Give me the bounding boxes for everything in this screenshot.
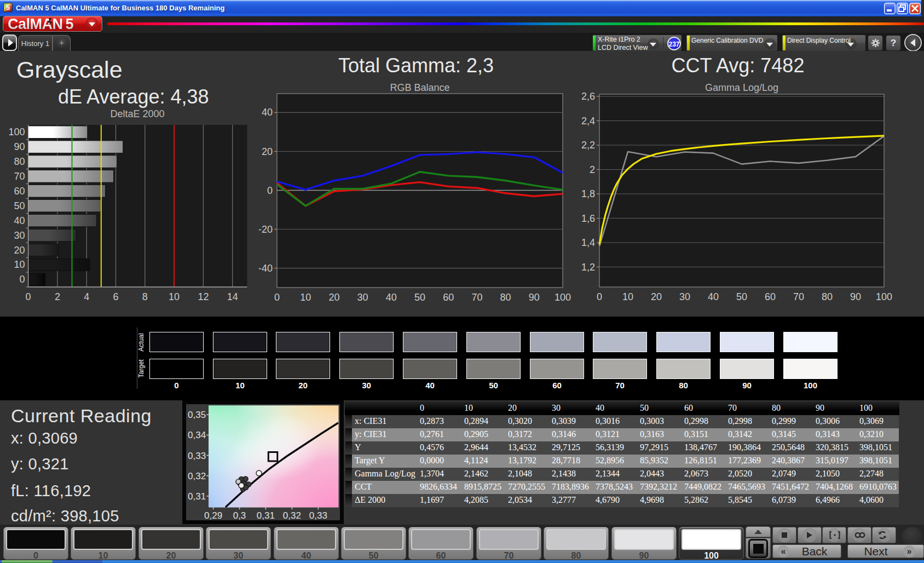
svg-text:0: 0 — [597, 291, 602, 302]
svg-text:2: 2 — [590, 164, 595, 175]
svg-text:-20: -20 — [258, 224, 273, 235]
svg-text:-40: -40 — [258, 263, 273, 274]
svg-text:1,2: 1,2 — [581, 262, 595, 273]
svg-text:0,31: 0,31 — [188, 491, 206, 502]
svg-text:0,29: 0,29 — [204, 510, 222, 521]
svg-text:80: 80 — [822, 291, 833, 302]
svg-text:0,32: 0,32 — [188, 471, 206, 481]
svg-text:0: 0 — [267, 185, 273, 196]
svg-text:0,3: 0,3 — [233, 510, 246, 521]
svg-text:0,34: 0,34 — [188, 430, 206, 440]
svg-text:70: 70 — [793, 291, 804, 302]
svg-text:90: 90 — [529, 292, 540, 303]
svg-text:10: 10 — [14, 259, 25, 270]
svg-text:2,2: 2,2 — [581, 140, 595, 151]
svg-text:90: 90 — [850, 291, 861, 302]
svg-text:50: 50 — [414, 292, 425, 303]
svg-text:30: 30 — [357, 292, 368, 303]
svg-text:40: 40 — [262, 107, 273, 118]
svg-text:60: 60 — [443, 292, 454, 303]
svg-text:90: 90 — [14, 141, 25, 152]
svg-text:20: 20 — [651, 291, 662, 302]
svg-text:12: 12 — [198, 291, 209, 302]
svg-text:50: 50 — [14, 200, 25, 211]
svg-text:80: 80 — [500, 292, 511, 303]
svg-text:50: 50 — [736, 291, 747, 302]
svg-text:1,6: 1,6 — [581, 213, 595, 224]
svg-text:0: 0 — [20, 274, 25, 285]
svg-text:60: 60 — [14, 186, 25, 197]
svg-text:2,6: 2,6 — [581, 91, 595, 102]
svg-text:10: 10 — [169, 291, 180, 302]
svg-text:8: 8 — [142, 291, 148, 302]
svg-text:40: 40 — [386, 292, 397, 303]
svg-text:1,8: 1,8 — [581, 188, 595, 199]
svg-text:0,33: 0,33 — [309, 510, 327, 521]
svg-text:30: 30 — [14, 230, 25, 241]
svg-text:0,31: 0,31 — [257, 510, 275, 521]
svg-text:20: 20 — [14, 245, 25, 256]
svg-text:40: 40 — [14, 215, 25, 226]
svg-text:0,35: 0,35 — [188, 410, 206, 420]
svg-text:70: 70 — [471, 292, 482, 303]
svg-text:10: 10 — [622, 291, 633, 302]
svg-text:0: 0 — [26, 291, 31, 302]
svg-text:30: 30 — [679, 291, 690, 302]
svg-text:0: 0 — [274, 292, 280, 303]
svg-text:100: 100 — [876, 291, 892, 302]
svg-text:2: 2 — [55, 291, 60, 302]
svg-text:0,32: 0,32 — [283, 510, 301, 521]
svg-text:0,33: 0,33 — [188, 451, 206, 461]
svg-text:40: 40 — [708, 291, 719, 302]
svg-text:100: 100 — [9, 127, 25, 137]
svg-text:10: 10 — [300, 292, 311, 303]
svg-text:4: 4 — [84, 291, 89, 302]
svg-text:1,4: 1,4 — [581, 237, 595, 248]
svg-text:20: 20 — [262, 146, 273, 157]
svg-text:70: 70 — [14, 171, 25, 182]
svg-text:100: 100 — [555, 292, 571, 303]
svg-text:6: 6 — [113, 291, 118, 302]
svg-text:14: 14 — [227, 291, 238, 302]
svg-text:60: 60 — [765, 291, 776, 302]
svg-text:20: 20 — [328, 292, 339, 303]
svg-text:2,4: 2,4 — [581, 116, 595, 127]
svg-text:80: 80 — [14, 156, 25, 167]
